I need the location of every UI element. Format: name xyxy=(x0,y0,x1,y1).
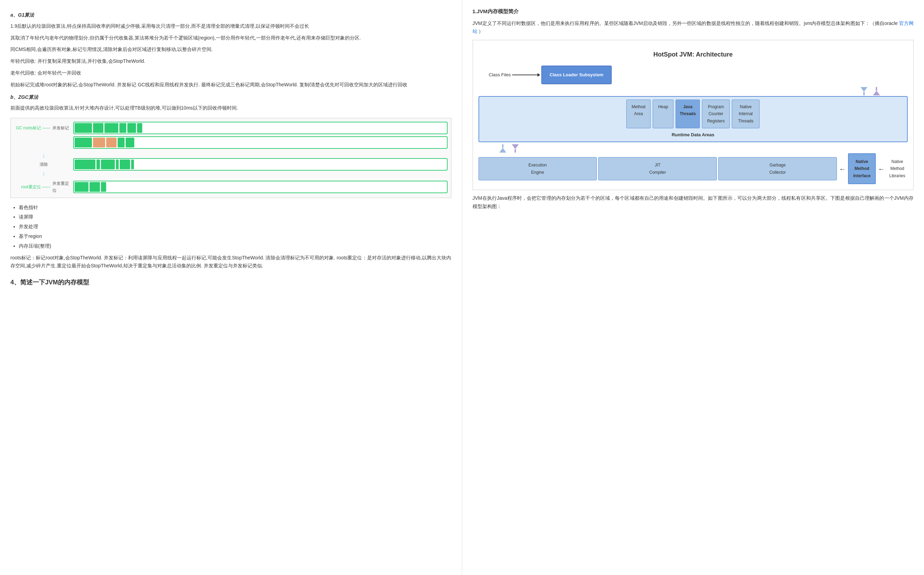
class-files-label: Class Files xyxy=(489,71,511,79)
arrow-left-right: ← xyxy=(839,163,846,175)
bullet-item-4: 基于region xyxy=(19,232,452,241)
exec-cells: ExecutionEngine JITCompiler GarbageColle… xyxy=(479,157,837,180)
g1-p1: 1.9后默认的垃圾回收算法,特点保持高回收率的同时减少停顿.采用每次只清理一部分… xyxy=(10,22,452,30)
native-method-interface-cell: NativeMethodInterface xyxy=(848,153,876,184)
gc-bar-2 xyxy=(73,136,448,149)
rda-cell-method: MethodArea xyxy=(626,100,650,128)
gc-row2-label: 清除 xyxy=(40,161,48,168)
gc-row3-arrow: 并发重定位 xyxy=(52,180,73,194)
bullet-item-3: 并发处理 xyxy=(19,222,452,231)
g1-title: a、G1算法 xyxy=(10,11,452,19)
section1-title: 1.JVM内存模型简介 xyxy=(472,7,914,16)
rda-cell-java-threads: JavaThreads xyxy=(676,100,700,128)
bullet-list: 着色指针 读屏障 并发处理 基于region 内存压缩(整理) xyxy=(10,203,452,250)
rda-label: Runtime Data Areas xyxy=(482,131,905,139)
g1-p4: 年轻代回收: 并行复制采用复制算法,并行收集,会StopTheWorld. xyxy=(10,57,452,65)
zgc-p1: 前面提供的高效垃圾回收算法,针对大堆内存设计,可以处理TB级别的堆,可以做到10… xyxy=(10,104,452,112)
bullet-item-1: 着色指针 xyxy=(19,203,452,212)
gc-row1-label: GC roots标记 —— xyxy=(14,124,52,132)
bullet-item-2: 读屏障 xyxy=(19,213,452,221)
right-p2: JVM在执行Java程序时，会把它管理的内存划分为若干个的区域，每个区域都有自己… xyxy=(472,194,914,211)
garbage-collector-cell: GarbageCollector xyxy=(718,157,837,180)
jvm-arch-diagram: HotSpot JVM: Architecture Class Files Cl… xyxy=(472,40,914,190)
arrow-right-native: ← xyxy=(878,163,885,175)
g1-p6: 初始标记完成堆root对象的标记,会StopTheWorld. 并发标记 GC线… xyxy=(10,81,452,89)
exec-engine-row: ExecutionEngine JITCompiler GarbageColle… xyxy=(479,153,908,184)
g1-p3: 同CMS相同,会遍历所有对象,标记引用情况,清除对象后会对区域进行复制移动,以整… xyxy=(10,45,452,54)
rda-cells-row: MethodArea Heap JavaThreads ProgramCount… xyxy=(482,100,905,128)
bullet-item-5: 内存压缩(整理) xyxy=(19,242,452,250)
gc-diagram: GC roots标记 —— 并发标记 xyxy=(10,118,452,198)
arrows-middle-row xyxy=(479,144,908,152)
right-p1-text: JVM定义了不同运行时数据区，他们是用来执行应用程序的。某些区域随着JVM启动及… xyxy=(472,21,898,26)
g1-p5: 老年代回收: 会对年轻代一并回收 xyxy=(10,69,452,77)
rda-cell-heap: Heap xyxy=(653,100,673,128)
arch-title: HotSpot JVM: Architecture xyxy=(479,49,908,60)
rda-cell-native-threads: NativeInternalThreads xyxy=(732,100,760,128)
exec-engine-cell: ExecutionEngine xyxy=(479,157,597,180)
g1-p2: 其取消了年轻代与老年代的物理划分,但仍属于分代收集器,算法将堆分为若干个逻辑区域… xyxy=(10,34,452,42)
arrows-down-row xyxy=(479,87,908,95)
class-loader-label: Class Loader Subsystem xyxy=(550,72,603,77)
native-libraries-label: NativeMethodLibraries xyxy=(887,157,908,181)
gc-row1-arrow: 并发标记 xyxy=(52,124,73,132)
rda-cell-pcr: ProgramCounterRegisters xyxy=(702,100,730,128)
gc-bar-1 xyxy=(73,122,448,134)
gc-bar-4 xyxy=(73,181,448,193)
roots-text: roots标记：标记root对象,会StopTheWorld. 并发标记：利用读… xyxy=(10,254,452,270)
right-p1-end: ） xyxy=(479,29,483,34)
class-loader-box: Class Loader Subsystem xyxy=(541,65,612,84)
left-panel: a、G1算法 1.9后默认的垃圾回收算法,特点保持高回收率的同时减少停顿.采用每… xyxy=(0,0,462,575)
right-p1: JVM定义了不同运行时数据区，他们是用来执行应用程序的。某些区域随着JVM启动及… xyxy=(472,19,914,36)
runtime-data-area: MethodArea Heap JavaThreads ProgramCount… xyxy=(479,96,908,142)
zgc-title: b、ZGC算法 xyxy=(10,93,452,102)
gc-bar-3 xyxy=(73,158,448,171)
jit-compiler-cell: JITCompiler xyxy=(598,157,717,180)
section4-title: 4、简述一下JVM的内存模型 xyxy=(10,277,452,288)
right-panel: 1.JVM内存模型简介 JVM定义了不同运行时数据区，他们是用来执行应用程序的。… xyxy=(462,0,924,575)
gc-row3-label: root重定位 —— xyxy=(14,183,52,191)
class-files-row: Class Files Class Loader Subsystem xyxy=(479,65,908,84)
